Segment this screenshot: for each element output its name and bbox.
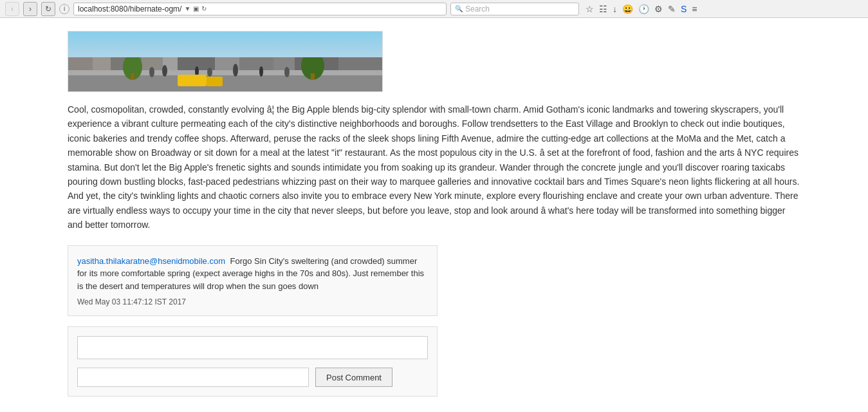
info-icon[interactable]: i: [59, 4, 69, 14]
svg-point-18: [233, 64, 238, 77]
screen-icon[interactable]: ▣: [193, 5, 199, 12]
svg-point-19: [259, 66, 263, 77]
history-icon[interactable]: 🕐: [638, 4, 649, 14]
browser-toolbar: ‹ › ↻ i localhost:8080/hibernate-ogm/ ▼ …: [0, 0, 868, 18]
svg-rect-13: [68, 70, 383, 75]
svg-point-20: [284, 67, 290, 77]
forward-button[interactable]: ›: [23, 2, 37, 16]
search-icon: 🔍: [455, 5, 463, 12]
page-content: Cool, cosmopolitan, crowded, constantly …: [0, 18, 868, 409]
comment-author-link[interactable]: yasitha.thilakaratne@hsenidmobile.com: [77, 256, 225, 266]
comment-block: yasitha.thilakaratne@hsenidmobile.com Fo…: [68, 245, 438, 317]
browser-icons: ☆ ☷ ↓ 😀 🕐 ⚙ ✎ S ≡: [586, 4, 697, 14]
comment-form: Post Comment: [68, 326, 438, 397]
comment-name-input[interactable]: [77, 368, 309, 387]
skype-icon[interactable]: S: [681, 4, 687, 14]
comment-textarea[interactable]: [77, 336, 428, 359]
comment-date: Wed May 03 11:47:12 IST 2017: [77, 297, 428, 306]
svg-point-15: [162, 65, 167, 77]
svg-rect-12: [68, 73, 383, 92]
svg-rect-21: [178, 75, 207, 86]
svg-rect-24: [131, 73, 134, 80]
back-button[interactable]: ‹: [5, 2, 19, 16]
search-bar[interactable]: 🔍 Search: [450, 3, 579, 15]
refresh-icon[interactable]: ↻: [201, 5, 207, 12]
bookmark-star-icon[interactable]: ☆: [586, 4, 594, 14]
svg-rect-22: [207, 77, 223, 86]
edit-icon[interactable]: ✎: [668, 4, 676, 14]
settings-icon[interactable]: ⚙: [654, 4, 663, 14]
dropdown-icon[interactable]: ▼: [184, 5, 190, 12]
hero-image: [68, 31, 383, 92]
bookmark-list-icon[interactable]: ☷: [599, 4, 607, 14]
address-bar[interactable]: localhost:8080/hibernate-ogm/ ▼ ▣ ↻: [73, 3, 447, 15]
svg-point-14: [149, 67, 154, 77]
download-icon[interactable]: ↓: [613, 4, 617, 14]
post-comment-button[interactable]: Post Comment: [315, 368, 392, 387]
svg-rect-26: [311, 73, 315, 80]
article-text: Cool, cosmopolitan, crowded, constantly …: [68, 102, 801, 232]
search-placeholder: Search: [465, 5, 490, 14]
svg-point-17: [207, 68, 212, 77]
menu-icon[interactable]: ≡: [692, 4, 697, 14]
emoji-icon[interactable]: 😀: [622, 4, 633, 14]
reload-button[interactable]: ↻: [41, 2, 55, 16]
url-text: localhost:8080/hibernate-ogm/: [78, 5, 181, 14]
